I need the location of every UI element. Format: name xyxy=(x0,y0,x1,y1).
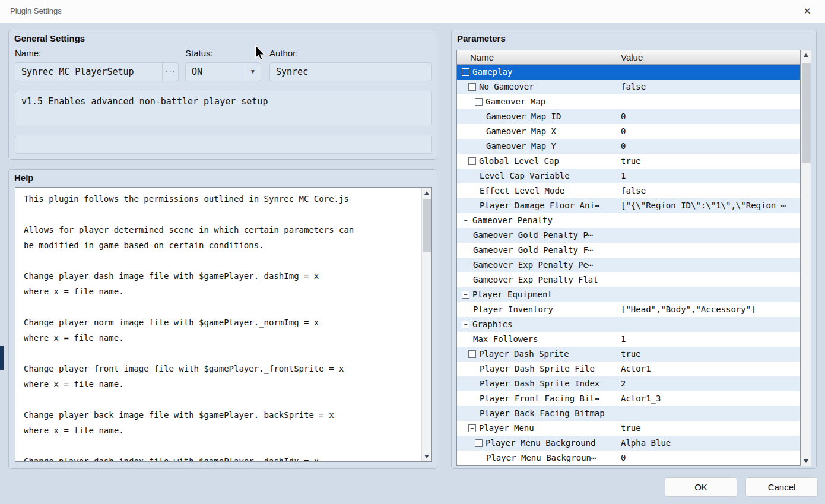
parameters-table: Name Value −Gameplay−No Gameoverfalse−Ga… xyxy=(456,50,801,466)
parameter-row[interactable]: −Gameplay xyxy=(457,65,800,80)
titlebar: Plugin Settings ✕ xyxy=(0,0,825,23)
dropdown-button[interactable]: ▼ xyxy=(245,63,261,81)
collapse-expander-icon[interactable]: − xyxy=(462,217,469,224)
parameter-row[interactable]: −No Gameoverfalse xyxy=(457,80,800,94)
close-button[interactable]: ✕ xyxy=(794,0,820,23)
parameter-row[interactable]: −Player Menutrue xyxy=(457,421,800,436)
parameter-value: Alpha_Blue xyxy=(610,436,800,451)
parameters-panel: Parameters Name Value −Gameplay−No Gameo… xyxy=(451,30,817,469)
parameter-row[interactable]: Gameover Map Y0 xyxy=(457,139,800,154)
scroll-thumb[interactable] xyxy=(802,63,811,163)
parameter-row[interactable]: −Player Equipment xyxy=(457,287,800,302)
parameter-name: Player Menu Backgroun⋯ xyxy=(486,451,596,465)
plugin-name-input[interactable]: Synrec_MC_PlayerSetup ··· xyxy=(15,62,179,81)
parameter-row[interactable]: −Gameover Map xyxy=(457,94,800,109)
parameter-value: 0 xyxy=(610,451,800,465)
parameter-name: Player Back Facing Bitmap xyxy=(480,406,605,421)
collapse-expander-icon[interactable]: − xyxy=(468,424,476,432)
parameter-row[interactable]: Max Followers1 xyxy=(457,332,800,347)
parameter-row[interactable]: −Gameover Penalty xyxy=(457,213,800,228)
collapse-expander-icon[interactable]: − xyxy=(468,83,476,91)
parameter-row[interactable]: Player Back Facing Bitmap xyxy=(457,406,800,421)
scroll-down-button[interactable] xyxy=(422,451,432,461)
collapse-expander-icon[interactable]: − xyxy=(475,98,483,106)
parameter-name: Player Inventory xyxy=(473,302,553,317)
parameter-name: Gameover Gold Penalty P⋯ xyxy=(473,228,593,243)
parameter-row[interactable]: Gameover Map ID0 xyxy=(457,109,800,124)
parameter-value: true xyxy=(610,154,800,169)
help-text-area: This plugin follows the permissions outl… xyxy=(15,187,432,462)
general-settings-panel: General Settings Name: Status: Author: S… xyxy=(8,30,437,160)
extra-box xyxy=(15,135,432,154)
parameter-row[interactable]: −Graphics xyxy=(457,317,800,332)
parameter-value xyxy=(610,213,800,228)
collapse-expander-icon[interactable]: − xyxy=(468,350,476,358)
status-label: Status: xyxy=(185,48,213,58)
author-input[interactable]: Synrec xyxy=(269,62,432,81)
parameter-row[interactable]: Level Cap Variable1 xyxy=(457,169,800,183)
parameter-name: Player Front Facing Bit⋯ xyxy=(480,391,599,406)
parameter-value xyxy=(610,258,800,272)
parameter-value: false xyxy=(610,80,800,94)
parameter-value: ["Head","Body","Accessory"] xyxy=(610,302,800,317)
cancel-button[interactable]: Cancel xyxy=(745,477,818,497)
collapse-expander-icon[interactable]: − xyxy=(462,321,469,328)
scroll-thumb[interactable] xyxy=(423,199,431,252)
scroll-up-button[interactable] xyxy=(422,188,432,198)
author-value: Synrec xyxy=(276,66,308,77)
browse-button[interactable]: ··· xyxy=(162,63,178,81)
parameter-row[interactable]: −Player Dash Spritetrue xyxy=(457,347,800,362)
parameters-header: Name Value xyxy=(457,50,800,65)
parameter-row[interactable]: −Global Level Captrue xyxy=(457,154,800,169)
parameter-value: 1 xyxy=(610,169,800,183)
collapse-expander-icon[interactable]: − xyxy=(462,291,469,299)
parameter-name: Player Menu xyxy=(479,421,534,436)
parameter-name: Gameover Gold Penalty F⋯ xyxy=(473,243,593,258)
parameter-value: 2 xyxy=(610,376,800,391)
parameter-value xyxy=(610,228,800,243)
parameters-scrollbar[interactable] xyxy=(801,50,811,466)
parameter-row[interactable]: Player Damage Floor Ani⋯["{\"Region ID\"… xyxy=(457,198,800,213)
ellipsis-icon: ··· xyxy=(165,66,176,76)
parameter-row[interactable]: Player Dash Sprite FileActor1 xyxy=(457,362,800,376)
collapse-expander-icon[interactable]: − xyxy=(462,68,469,76)
triangle-down-icon xyxy=(424,455,429,458)
parameter-name: Gameover Penalty xyxy=(472,213,553,228)
parameter-row[interactable]: Gameover Gold Penalty F⋯ xyxy=(457,243,800,258)
parameter-row[interactable]: Gameover Gold Penalty P⋯ xyxy=(457,228,800,243)
status-select[interactable]: ON ▼ xyxy=(185,62,261,81)
column-header-value: Value xyxy=(610,50,800,64)
parameter-row[interactable]: Gameover Exp Penalty Flat xyxy=(457,272,800,287)
parameter-value: ["{\"Region ID\":\"1\",\"Region ⋯ xyxy=(610,198,800,213)
collapse-expander-icon[interactable]: − xyxy=(475,439,483,447)
help-panel: Help This plugin follows the permissions… xyxy=(8,169,437,469)
parameter-value: 1 xyxy=(610,332,800,347)
parameter-value: Actor1_3 xyxy=(610,391,800,406)
parameter-row[interactable]: Player Dash Sprite Index2 xyxy=(457,376,800,391)
parameter-value xyxy=(610,94,800,109)
collapse-expander-icon[interactable]: − xyxy=(468,157,476,165)
triangle-up-icon xyxy=(424,191,429,195)
column-header-name: Name xyxy=(457,50,610,64)
parameter-row[interactable]: Effect Level Modefalse xyxy=(457,183,800,198)
parameter-row[interactable]: −Player Menu BackgroundAlpha_Blue xyxy=(457,436,800,451)
parameter-name: Effect Level Mode xyxy=(480,183,564,198)
parameter-value xyxy=(610,287,800,302)
status-value: ON xyxy=(192,66,202,77)
window-title: Plugin Settings xyxy=(10,0,62,23)
help-title: Help xyxy=(14,173,34,183)
help-scrollbar[interactable] xyxy=(421,188,431,461)
plugin-name-value: Synrec_MC_PlayerSetup xyxy=(21,66,134,77)
parameter-row[interactable]: Gameover Exp Penalty Pe⋯ xyxy=(457,258,800,272)
scroll-up-button[interactable] xyxy=(801,50,811,60)
parameter-row[interactable]: Player Inventory["Head","Body","Accessor… xyxy=(457,302,800,317)
ok-button[interactable]: OK xyxy=(665,477,737,497)
parameter-row[interactable]: Player Front Facing Bit⋯Actor1_3 xyxy=(457,391,800,406)
parameter-value: true xyxy=(610,347,800,362)
parameter-row[interactable]: Gameover Map X0 xyxy=(457,124,800,139)
triangle-down-icon xyxy=(804,459,808,463)
scroll-down-button[interactable] xyxy=(801,456,811,466)
description-box: v1.5 Enables advanced non-battler player… xyxy=(15,91,432,126)
parameter-name: Gameover Map xyxy=(486,94,545,109)
parameter-row[interactable]: Player Menu Backgroun⋯0 xyxy=(457,451,800,465)
